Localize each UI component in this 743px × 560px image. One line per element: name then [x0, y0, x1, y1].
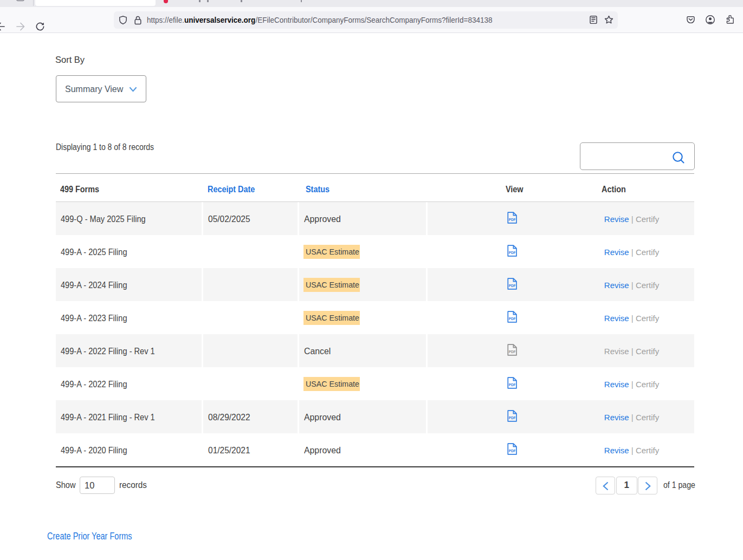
svg-text:PDF: PDF: [509, 449, 516, 453]
svg-text:PDF: PDF: [509, 317, 516, 321]
svg-text:PDF: PDF: [509, 383, 516, 387]
svg-text:PDF: PDF: [509, 416, 516, 420]
svg-text:PDF: PDF: [509, 251, 516, 255]
svg-text:PDF: PDF: [509, 284, 516, 288]
svg-text:PDF: PDF: [509, 350, 516, 354]
svg-text:PDF: PDF: [509, 218, 516, 222]
